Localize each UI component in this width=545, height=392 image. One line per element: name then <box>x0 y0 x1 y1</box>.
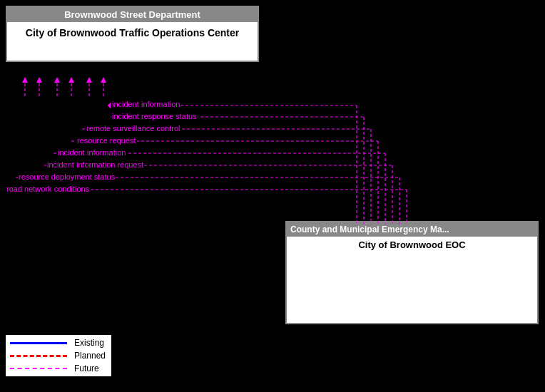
svg-marker-27 <box>86 77 92 83</box>
bsd-box: Brownwood Street Department City of Brow… <box>6 6 259 62</box>
eoc-subtitle: City of Brownwood EOC <box>290 239 534 250</box>
svg-marker-2 <box>108 103 111 108</box>
existing-label: Existing <box>73 338 106 348</box>
svg-marker-23 <box>54 77 60 83</box>
bsd-header: Brownwood Street Department <box>7 7 258 22</box>
future-line-icon <box>10 368 67 369</box>
legend-planned: Planned <box>10 351 107 361</box>
legend: Existing Planned Future <box>6 335 111 376</box>
legend-existing: Existing <box>10 338 107 348</box>
flow-label-7: resource deployment status <box>18 172 116 181</box>
legend-future: Future <box>10 363 107 373</box>
svg-marker-29 <box>101 77 106 83</box>
svg-marker-19 <box>22 77 28 83</box>
flow-label-2: incident response status <box>111 112 198 120</box>
planned-line-icon <box>10 355 67 357</box>
svg-marker-3 <box>108 103 111 108</box>
eoc-box: County and Municipal Emergency Ma... Cit… <box>285 221 539 324</box>
existing-line-icon <box>10 342 67 344</box>
eoc-body <box>287 252 537 323</box>
eoc-header: County and Municipal Emergency Ma... <box>287 222 537 237</box>
bsd-title: City of Brownwood Traffic Operations Cen… <box>11 26 254 39</box>
flow-label-3: remote surveillance control <box>86 124 180 133</box>
svg-marker-21 <box>36 77 42 83</box>
flow-label-4: resource request <box>76 136 137 145</box>
svg-marker-25 <box>68 77 74 83</box>
planned-label: Planned <box>73 351 107 361</box>
future-label: Future <box>73 363 101 373</box>
flow-label-5: incident information <box>57 148 126 157</box>
flow-label-8: road network conditions <box>6 185 90 193</box>
flow-label-6: incident information request <box>46 160 144 169</box>
flow-label-1: incident information <box>111 100 180 108</box>
